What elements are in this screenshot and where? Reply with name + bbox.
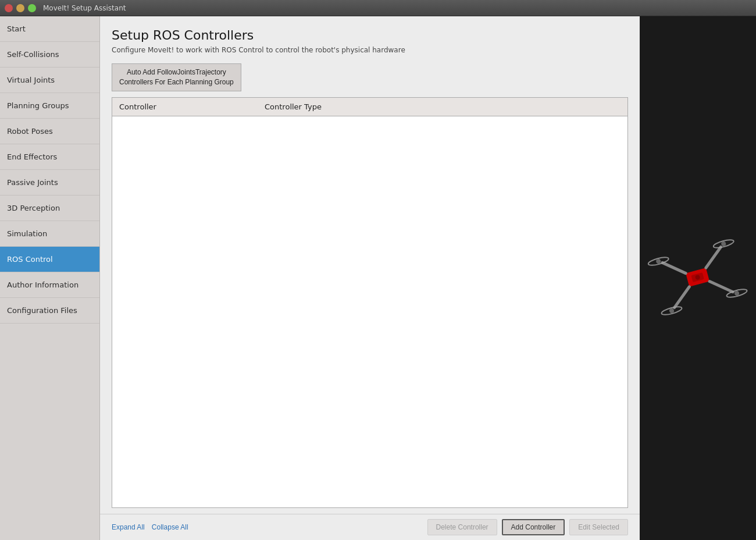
sidebar-item-passive-joints[interactable]: Passive Joints <box>0 170 99 196</box>
toolbar: Auto Add FollowJointsTrajectoryControlle… <box>112 63 628 91</box>
expand-all-button[interactable]: Expand All <box>112 523 145 532</box>
column-header-type: Controller Type <box>258 101 627 112</box>
drone-model <box>644 232 752 325</box>
page-title: Setup ROS Controllers <box>112 28 628 42</box>
close-button[interactable] <box>5 4 13 12</box>
bottom-actions: Delete Controller Add Controller Edit Se… <box>427 519 628 535</box>
svg-line-1 <box>662 258 686 279</box>
svg-line-2 <box>702 247 725 268</box>
svg-line-4 <box>709 276 733 297</box>
maximize-button[interactable] <box>28 4 36 12</box>
sidebar-item-planning-groups[interactable]: Planning Groups <box>0 93 99 119</box>
titlebar: MoveIt! Setup Assistant <box>0 0 756 16</box>
sidebar-item-simulation[interactable]: Simulation <box>0 221 99 247</box>
sidebar-item-ros-control[interactable]: ROS Control <box>0 247 99 272</box>
sidebar-item-robot-poses[interactable]: Robot Poses <box>0 119 99 144</box>
window-title: MoveIt! Setup Assistant <box>43 4 126 12</box>
bottom-bar: Expand All Collapse All Delete Controlle… <box>100 514 640 540</box>
minimize-button[interactable] <box>16 4 24 12</box>
sidebar-item-author-information[interactable]: Author Information <box>0 272 99 298</box>
link-separator <box>147 523 149 532</box>
sidebar-item-end-effectors[interactable]: End Effectors <box>0 144 99 170</box>
controllers-table: Controller Controller Type <box>112 97 628 508</box>
sidebar: Start Self-Collisions Virtual Joints Pla… <box>0 16 100 540</box>
app-body: Start Self-Collisions Virtual Joints Pla… <box>0 16 756 540</box>
column-header-controller: Controller <box>112 101 258 112</box>
drone-svg <box>644 232 752 323</box>
page-subtitle: Configure MoveIt! to work with ROS Contr… <box>112 46 628 54</box>
content-area: Setup ROS Controllers Configure MoveIt! … <box>100 16 640 514</box>
table-header: Controller Controller Type <box>112 98 627 116</box>
table-body <box>112 116 627 507</box>
edit-selected-button[interactable]: Edit Selected <box>569 519 628 535</box>
sidebar-item-start[interactable]: Start <box>0 16 99 42</box>
sidebar-item-virtual-joints[interactable]: Virtual Joints <box>0 68 99 93</box>
sidebar-item-3d-perception[interactable]: 3D Perception <box>0 196 99 221</box>
3d-viewport <box>640 16 756 540</box>
bottom-links: Expand All Collapse All <box>112 523 188 532</box>
svg-line-3 <box>670 287 693 308</box>
sidebar-item-configuration-files[interactable]: Configuration Files <box>0 298 99 324</box>
main-content: Setup ROS Controllers Configure MoveIt! … <box>100 16 640 540</box>
delete-controller-button[interactable]: Delete Controller <box>427 519 497 535</box>
auto-add-button[interactable]: Auto Add FollowJointsTrajectoryControlle… <box>112 63 241 91</box>
sidebar-item-self-collisions[interactable]: Self-Collisions <box>0 42 99 68</box>
add-controller-button[interactable]: Add Controller <box>502 519 565 535</box>
collapse-all-button[interactable]: Collapse All <box>152 523 188 532</box>
